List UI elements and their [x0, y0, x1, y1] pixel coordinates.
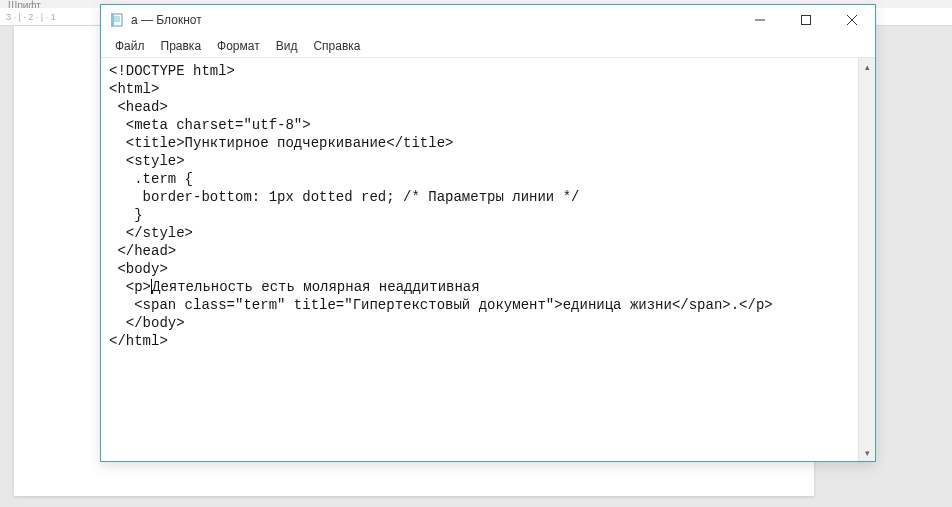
minimize-button[interactable]	[737, 5, 783, 35]
close-button[interactable]	[829, 5, 875, 35]
menu-edit[interactable]: Правка	[153, 37, 210, 55]
text-editor[interactable]: <!DOCTYPE html><html> <head> <meta chars…	[101, 58, 875, 461]
text-caret	[151, 279, 152, 294]
vertical-scrollbar[interactable]: ▴ ▾	[858, 58, 875, 461]
titlebar[interactable]: а — Блокнот	[101, 5, 875, 35]
editor-area: <!DOCTYPE html><html> <head> <meta chars…	[101, 57, 875, 461]
notepad-window: а — Блокнот Файл Правка Формат Вид Справ…	[100, 4, 876, 462]
scroll-down-icon[interactable]: ▾	[859, 444, 875, 461]
editor-line: <!DOCTYPE html>	[109, 62, 867, 80]
editor-line: </html>	[109, 332, 867, 350]
editor-line: <html>	[109, 80, 867, 98]
window-title: а — Блокнот	[131, 13, 202, 27]
scroll-up-icon[interactable]: ▴	[859, 58, 875, 75]
editor-line: </style>	[109, 224, 867, 242]
editor-line: </head>	[109, 242, 867, 260]
window-controls	[737, 5, 875, 35]
editor-line: <body>	[109, 260, 867, 278]
editor-line: <style>	[109, 152, 867, 170]
editor-line: <title>Пунктирное подчеркивание</title>	[109, 134, 867, 152]
maximize-button[interactable]	[783, 5, 829, 35]
svg-rect-4	[111, 13, 114, 27]
menu-format[interactable]: Формат	[209, 37, 268, 55]
editor-line: </body>	[109, 314, 867, 332]
editor-line: <head>	[109, 98, 867, 116]
menubar: Файл Правка Формат Вид Справка	[101, 35, 875, 57]
editor-line: border-bottom: 1px dotted red; /* Параме…	[109, 188, 867, 206]
menu-view[interactable]: Вид	[268, 37, 306, 55]
svg-rect-6	[802, 16, 811, 25]
editor-line: }	[109, 206, 867, 224]
editor-line: <span class="term" title="Гипертекстовый…	[109, 296, 867, 314]
editor-line: .term {	[109, 170, 867, 188]
editor-line: <meta charset="utf-8">	[109, 116, 867, 134]
menu-file[interactable]: Файл	[107, 37, 153, 55]
notepad-icon	[109, 12, 125, 28]
editor-line: <p>Деятельность есть молярная неаддитивн…	[109, 278, 867, 296]
menu-help[interactable]: Справка	[305, 37, 368, 55]
